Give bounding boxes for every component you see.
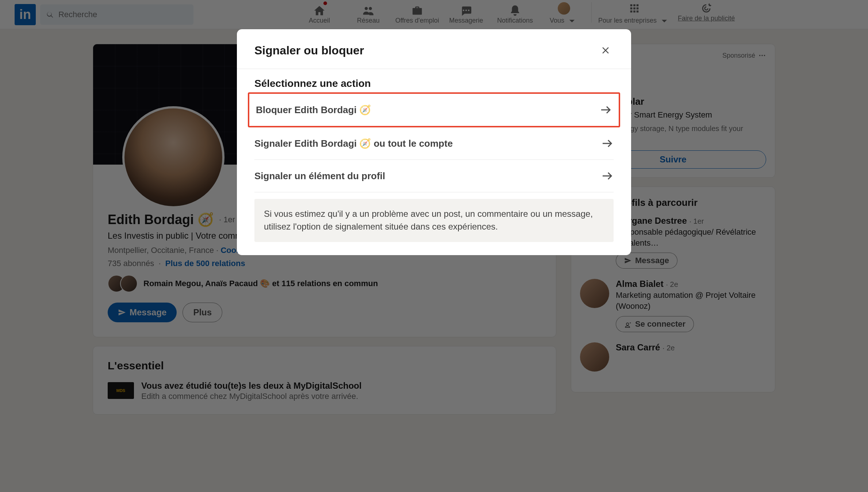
close-icon [600,45,611,56]
report-element-action[interactable]: Signaler un élément du profil [254,160,614,192]
arrow-right-icon [599,103,612,116]
report-block-modal: Signaler ou bloquer Sélectionnez une act… [237,29,631,255]
close-button[interactable] [598,42,614,58]
arrow-right-icon [600,169,614,182]
arrow-right-icon [600,137,614,150]
modal-note: Si vous estimez qu'il y a un problème av… [254,199,614,242]
modal-title: Signaler ou bloquer [254,44,364,57]
block-action[interactable]: Bloquer Edith Bordagi 🧭 [248,92,620,127]
report-account-action[interactable]: Signaler Edith Bordagi 🧭 ou tout le comp… [254,127,614,160]
modal-subtitle: Sélectionnez une action [254,78,614,89]
